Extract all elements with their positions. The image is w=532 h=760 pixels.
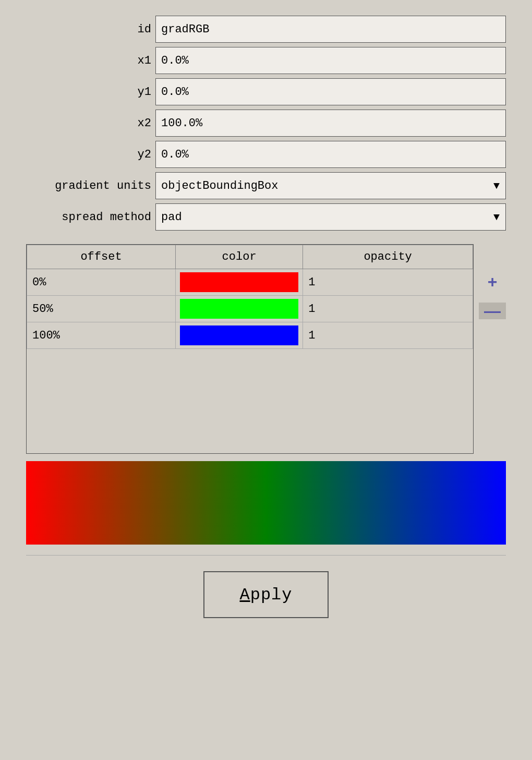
y1-label: y1 [26,86,151,99]
stop-color[interactable] [176,322,303,349]
gradient-units-row: gradient units objectBoundingBox userSpa… [26,172,506,199]
col-header-offset: offset [27,245,176,269]
minus-icon: — [479,303,506,319]
gradient-units-select[interactable]: objectBoundingBox userSpaceOnUse [155,172,506,199]
stops-table-wrapper: offset color opacity 0% 1 50% 1 100% 1 [26,244,474,454]
spread-method-row: spread method pad reflect repeat [26,203,506,231]
form-section: id x1 y1 x2 y2 gradient units objectBoun… [26,16,506,233]
stop-opacity: 1 [303,322,473,349]
plus-icon: + [488,273,498,290]
y2-row: y2 [26,141,506,168]
stops-table: offset color opacity 0% 1 50% 1 100% 1 [27,245,473,453]
stop-color[interactable] [176,296,303,322]
x2-label: x2 [26,117,151,130]
add-stop-button[interactable]: + [479,271,506,292]
remove-stop-button[interactable]: — [479,300,506,321]
x1-input[interactable] [155,47,506,74]
stop-opacity: 1 [303,296,473,322]
id-row: id [26,16,506,43]
x2-input[interactable] [155,110,506,137]
col-header-opacity: opacity [303,245,473,269]
spread-method-label: spread method [26,211,151,224]
stop-color[interactable] [176,269,303,296]
table-row: 0% 1 [27,269,473,296]
y2-label: y2 [26,148,151,161]
table-area: offset color opacity 0% 1 50% 1 100% 1 [26,244,506,454]
table-row: 50% 1 [27,296,473,322]
gradient-units-label: gradient units [26,179,151,192]
empty-row [27,349,473,453]
col-header-color: color [176,245,303,269]
x2-row: x2 [26,110,506,137]
spread-method-wrapper: pad reflect repeat [155,203,506,231]
stop-opacity: 1 [303,269,473,296]
table-buttons: + — [479,244,506,321]
gradient-preview [26,461,506,545]
main-container: id x1 y1 x2 y2 gradient units objectBoun… [26,16,506,629]
y1-input[interactable] [155,78,506,105]
y2-input[interactable] [155,141,506,168]
gradient-units-wrapper: objectBoundingBox userSpaceOnUse [155,172,506,199]
stop-offset: 100% [27,322,176,349]
apply-button[interactable]: Apply [203,571,329,618]
stop-offset: 0% [27,269,176,296]
spread-method-select[interactable]: pad reflect repeat [155,203,506,231]
id-label: id [26,23,151,36]
table-row: 100% 1 [27,322,473,349]
apply-section: Apply [26,566,506,629]
stop-offset: 50% [27,296,176,322]
x1-label: x1 [26,54,151,67]
apply-label: Apply [239,585,292,605]
y1-row: y1 [26,78,506,105]
id-input[interactable] [155,16,506,43]
x1-row: x1 [26,47,506,74]
divider [26,555,506,556]
